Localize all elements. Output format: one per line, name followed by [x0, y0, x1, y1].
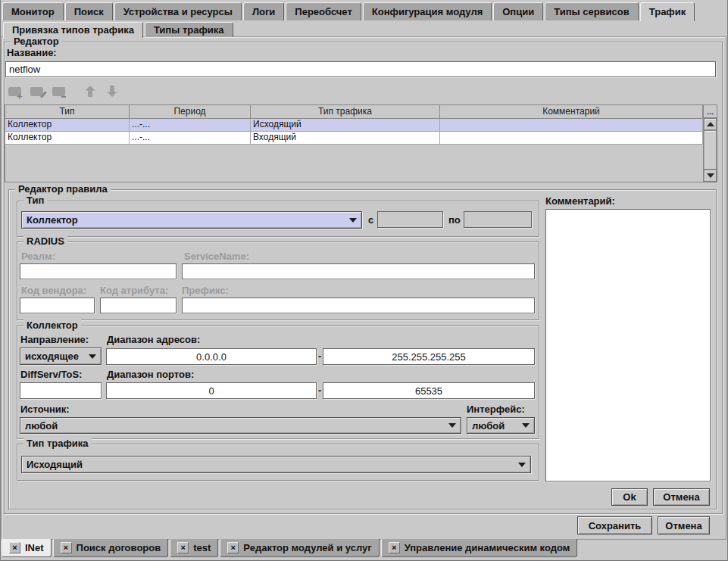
tab-options[interactable]: Опции: [493, 2, 543, 20]
chevron-down-icon: [448, 423, 456, 428]
bottom-tab-contract-search[interactable]: × Поиск договоров: [53, 539, 169, 557]
ok-button[interactable]: Ok: [611, 488, 648, 506]
address-from-input[interactable]: [106, 348, 317, 365]
traffic-type-select[interactable]: Исходящий: [21, 456, 531, 473]
traffic-type-value: Исходящий: [27, 459, 83, 470]
table-row[interactable]: Коллектор ...-... Входящий: [5, 132, 703, 145]
column-header-type[interactable]: Тип: [5, 105, 130, 118]
prefix-input[interactable]: [182, 298, 535, 313]
cell-traffic-type: Входящий: [251, 132, 440, 144]
scrollbar-thumb[interactable]: [704, 130, 717, 170]
servicename-label: ServiceName:: [184, 251, 249, 262]
tab-devices-resources[interactable]: Устройства и ресурсы: [114, 2, 242, 20]
port-to-input[interactable]: [323, 382, 535, 399]
period-from-input[interactable]: [377, 211, 443, 228]
tab-service-types[interactable]: Типы сервисов: [545, 2, 639, 20]
bottom-tab-inet[interactable]: × INet: [2, 539, 52, 557]
column-header-comment[interactable]: Комментарий: [440, 105, 703, 118]
table-columns-button[interactable]: ...: [703, 105, 717, 118]
tab-recalculation[interactable]: Переобсчет: [286, 2, 361, 20]
cancel-button[interactable]: Отмена: [658, 516, 710, 535]
tab-module-configuration[interactable]: Конфигурация модуля: [363, 2, 492, 20]
interface-label: Интерфейс:: [467, 404, 525, 415]
scroll-up-icon: [707, 122, 714, 126]
bottom-tab-module-service-editor[interactable]: × Редактор модулей и услуг: [220, 539, 379, 557]
diffserv-input[interactable]: [20, 382, 102, 399]
attribute-code-input[interactable]: [100, 298, 177, 313]
name-input[interactable]: [5, 61, 716, 77]
bottom-tab-test[interactable]: × test: [170, 539, 218, 557]
bottom-tab-label: Управление динамическим кодом: [405, 542, 570, 553]
tab-search[interactable]: Поиск: [65, 2, 113, 20]
scroll-down-button[interactable]: [704, 170, 717, 182]
cell-period: ...-...: [130, 132, 251, 144]
edit-rule-button[interactable]: [28, 85, 45, 98]
tab-monitor[interactable]: Монитор: [2, 2, 64, 20]
type-group-title: Тип: [23, 195, 47, 206]
move-up-button[interactable]: [82, 85, 98, 98]
cell-traffic-type: Исходящий: [251, 119, 440, 131]
cell-type: Коллектор: [5, 119, 130, 131]
application-window: Монитор Поиск Устройства и ресурсы Логи …: [0, 0, 728, 561]
traffic-sub-tab-bar: Привязка типов трафика Типы трафика: [3, 22, 233, 37]
main-tab-bar: Монитор Поиск Устройства и ресурсы Логи …: [2, 2, 695, 20]
close-icon[interactable]: ×: [9, 542, 20, 553]
servicename-input[interactable]: [182, 263, 535, 279]
comment-textarea[interactable]: [545, 209, 711, 482]
rule-type-select[interactable]: Коллектор: [21, 211, 362, 229]
rules-table: Тип Период Тип трафика Комментарий Колле…: [5, 104, 717, 182]
source-select[interactable]: любой: [20, 417, 461, 434]
table-scrollbar[interactable]: [703, 118, 717, 182]
rule-cancel-button[interactable]: Отмена: [653, 488, 710, 506]
direction-label: Направление:: [20, 334, 89, 345]
session-tab-bar: × INet × Поиск договоров × test × Редакт…: [2, 539, 577, 557]
realm-input[interactable]: [20, 263, 177, 279]
column-header-traffic-type[interactable]: Тип трафика: [251, 105, 440, 118]
attribute-code-label: Код атрибута:: [100, 285, 168, 296]
address-range-label: Диапазон адресов:: [107, 334, 200, 345]
name-label: Название:: [7, 47, 57, 58]
bottom-tab-label: INet: [25, 542, 44, 553]
rule-type-value: Коллектор: [27, 214, 78, 226]
bottom-tab-dynamic-code[interactable]: × Управление динамическим кодом: [381, 539, 578, 557]
bottom-tab-label: Редактор модулей и услуг: [243, 542, 371, 553]
port-from-input[interactable]: [106, 382, 317, 399]
sub-tab-traffic-types[interactable]: Типы трафика: [145, 22, 233, 37]
comment-label: Комментарий:: [545, 195, 615, 207]
column-header-period[interactable]: Период: [130, 105, 251, 118]
move-down-button[interactable]: [104, 85, 120, 98]
rule-editor-group-title: Редактор правила: [15, 183, 111, 195]
move-up-icon: [86, 86, 95, 97]
vendor-code-input[interactable]: [20, 298, 95, 313]
direction-select[interactable]: исходящее: [20, 348, 102, 365]
interface-select[interactable]: любой: [467, 417, 535, 434]
add-icon: [8, 87, 21, 96]
port-range-separator: -: [318, 385, 321, 396]
rules-toolbar: [6, 85, 120, 98]
sub-tab-traffic-type-binding[interactable]: Привязка типов трафика: [3, 22, 143, 38]
tab-logs[interactable]: Логи: [243, 2, 284, 20]
table-row[interactable]: Коллектор ...-... Исходящий: [5, 119, 703, 132]
close-icon[interactable]: ×: [177, 542, 189, 553]
add-rule-button[interactable]: [6, 85, 23, 98]
delete-rule-button[interactable]: [50, 85, 67, 98]
source-label: Источник:: [20, 404, 70, 415]
save-button[interactable]: Сохранить: [577, 516, 652, 535]
tab-traffic[interactable]: Трафик: [640, 2, 695, 21]
realm-label: Реалм:: [21, 251, 55, 262]
chevron-down-icon: [522, 423, 530, 428]
scroll-up-button[interactable]: [704, 118, 717, 130]
diffserv-label: DiffServ/ToS:: [20, 369, 82, 380]
close-icon[interactable]: ×: [61, 542, 72, 553]
prefix-label: Префикс:: [182, 285, 229, 296]
vendor-code-label: Код вендора:: [21, 285, 86, 296]
close-icon[interactable]: ×: [389, 542, 400, 553]
collector-group-title: Коллектор: [23, 319, 81, 331]
close-icon[interactable]: ×: [227, 542, 239, 553]
address-to-input[interactable]: [323, 348, 535, 365]
period-to-label: по: [448, 214, 461, 226]
move-down-icon: [108, 86, 117, 97]
period-to-input[interactable]: [464, 211, 532, 228]
period-from-label: с: [368, 214, 373, 226]
interface-value: любой: [472, 420, 505, 432]
